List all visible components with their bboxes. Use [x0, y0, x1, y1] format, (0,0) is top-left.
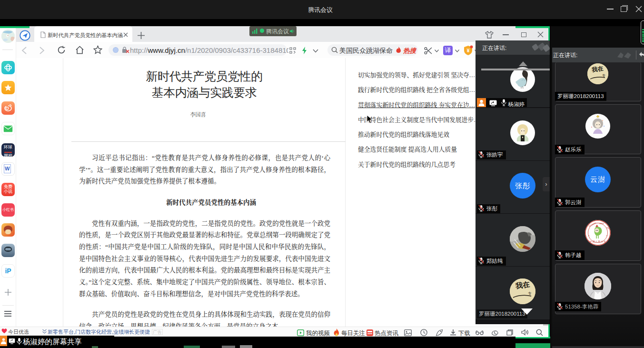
svg-text:UNIV: UNIV: [599, 222, 604, 225]
svg-text:¥: ¥: [466, 48, 470, 53]
svg-text:专: 专: [528, 291, 532, 296]
